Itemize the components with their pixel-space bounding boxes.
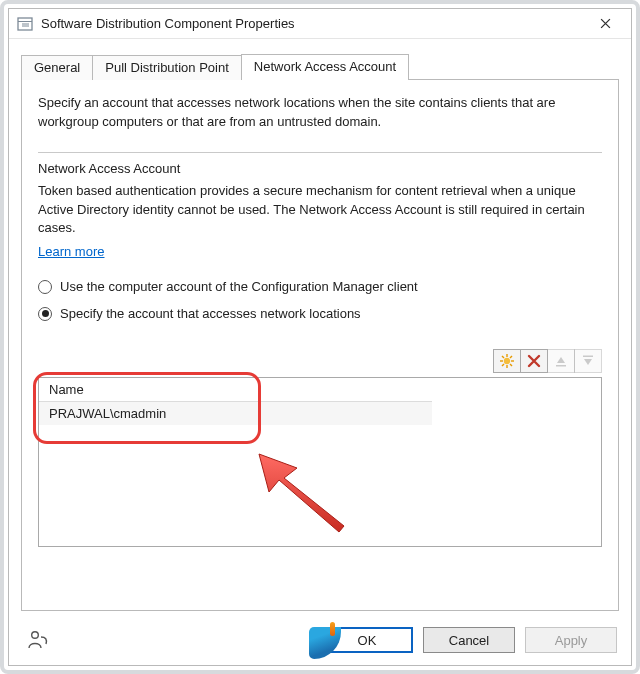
svg-point-15 — [32, 631, 39, 638]
related-items-icon[interactable] — [27, 628, 49, 653]
divider — [38, 152, 602, 153]
accounts-listbox[interactable]: Name PRAJWAL\cmadmin — [38, 377, 602, 547]
radio-icon — [38, 280, 52, 294]
radio-specify-account[interactable]: Specify the account that accesses networ… — [38, 306, 602, 321]
annotation-arrow-icon — [239, 448, 359, 538]
svg-rect-13 — [556, 365, 566, 367]
toolbar-delete-button[interactable] — [520, 349, 548, 373]
radio-icon — [38, 307, 52, 321]
toolbar-new-button[interactable] — [493, 349, 521, 373]
svg-line-9 — [502, 356, 504, 358]
radio-use-computer-account[interactable]: Use the computer account of the Configur… — [38, 279, 602, 294]
tab-general[interactable]: General — [21, 55, 93, 80]
radio-label: Specify the account that accesses networ… — [60, 306, 361, 321]
move-up-icon — [554, 354, 568, 368]
radio-label: Use the computer account of the Configur… — [60, 279, 418, 294]
group-title: Network Access Account — [38, 161, 602, 176]
svg-rect-14 — [583, 356, 593, 358]
learn-more-link[interactable]: Learn more — [38, 244, 602, 259]
svg-line-10 — [510, 364, 512, 366]
tab-network-access-account[interactable]: Network Access Account — [241, 54, 409, 80]
toolbar-movedown-button — [574, 349, 602, 373]
tab-pull-distribution-point[interactable]: Pull Distribution Point — [92, 55, 242, 80]
tab-intro-text: Specify an account that accesses network… — [38, 94, 602, 132]
group-description: Token based authentication provides a se… — [38, 182, 602, 239]
window-sysicon — [17, 16, 33, 32]
tab-content-network-access-account: Specify an account that accesses network… — [21, 79, 619, 611]
sunburst-icon — [499, 353, 515, 369]
toolbar-moveup-button — [547, 349, 575, 373]
cancel-button[interactable]: Cancel — [423, 627, 515, 653]
ok-button[interactable]: OK — [321, 627, 413, 653]
account-name-cell: PRAJWAL\cmadmin — [39, 402, 432, 426]
svg-point-4 — [504, 358, 510, 364]
svg-line-12 — [502, 364, 504, 366]
move-down-icon — [581, 354, 595, 368]
column-header-name[interactable]: Name — [39, 378, 432, 402]
delete-x-icon — [527, 354, 541, 368]
apply-button: Apply — [525, 627, 617, 653]
window-title: Software Distribution Component Properti… — [41, 16, 585, 31]
window-close-button[interactable] — [585, 11, 625, 37]
svg-line-11 — [510, 356, 512, 358]
table-row[interactable]: PRAJWAL\cmadmin — [39, 402, 432, 426]
